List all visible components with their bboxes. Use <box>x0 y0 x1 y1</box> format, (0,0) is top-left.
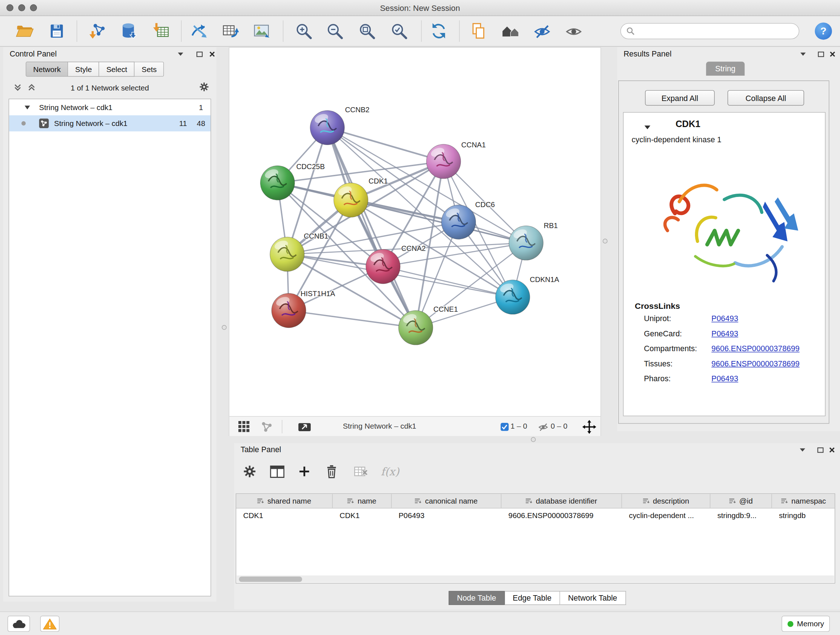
network-node-ccnb1[interactable] <box>270 237 304 272</box>
refresh-layout-button[interactable] <box>427 19 450 43</box>
panel-close-icon[interactable] <box>828 50 837 59</box>
network-node-cdk1[interactable] <box>334 183 368 217</box>
pan-crosshair-icon[interactable] <box>582 419 597 434</box>
show-graphics-button[interactable] <box>562 19 585 43</box>
table-row[interactable]: CDK1CDK1P064939606.ENSP00000378699cyclin… <box>236 508 835 523</box>
import-table-button[interactable] <box>149 19 173 43</box>
import-network-file-button[interactable] <box>86 19 109 43</box>
table-cell[interactable]: cyclin-dependent ... <box>622 508 710 523</box>
tab-node-table[interactable]: Node Table <box>448 591 505 605</box>
table-cell[interactable]: 9606.ENSP00000378699 <box>501 508 622 523</box>
panel-dropdown-icon[interactable] <box>798 50 808 59</box>
hidden-eye-icon[interactable] <box>536 419 551 434</box>
column-header-database-identifier[interactable]: database identifier <box>501 494 622 508</box>
network-edge[interactable] <box>327 128 444 162</box>
export-image-button[interactable] <box>250 19 274 43</box>
crosslink-link-genecard[interactable]: P06493 <box>712 329 738 338</box>
import-network-database-button[interactable] <box>117 19 141 43</box>
selected-checkbox-icon[interactable] <box>497 419 512 434</box>
horizontal-scrollbar[interactable] <box>237 576 834 583</box>
copy-document-button[interactable] <box>467 19 490 43</box>
table-cell[interactable]: stringdb <box>772 508 835 523</box>
column-header-namespac[interactable]: namespac <box>772 494 835 508</box>
column-header-description[interactable]: description <box>622 494 710 508</box>
network-node-ccnb2[interactable] <box>310 111 344 145</box>
zoom-in-button[interactable] <box>292 19 316 43</box>
crosslink-link-uniprot[interactable]: P06493 <box>712 314 738 323</box>
search-input[interactable] <box>638 27 793 35</box>
table-cell[interactable]: stringdb:9... <box>711 508 772 523</box>
import-table-disabled-button[interactable] <box>352 462 370 480</box>
tab-style[interactable]: Style <box>68 62 99 76</box>
home-button[interactable] <box>499 19 523 43</box>
splitter-handle[interactable] <box>222 325 226 330</box>
zoom-out-button[interactable] <box>323 19 347 43</box>
network-node-cdkn1a[interactable] <box>496 280 530 314</box>
network-edge[interactable] <box>327 128 416 328</box>
expander-icon[interactable] <box>24 103 31 111</box>
cloud-button[interactable] <box>8 616 30 632</box>
network-node-cdc25b[interactable] <box>261 166 295 200</box>
table-cell[interactable]: CDK1 <box>236 508 333 523</box>
collapse-all-button[interactable]: Collapse All <box>728 90 804 106</box>
expand-all-button[interactable]: Expand All <box>645 90 715 106</box>
toggle-visibility-button[interactable] <box>531 19 554 43</box>
network-canvas[interactable]: CCNB2CCNA1CDC25BCDK1CDC6RB1CCNB1CCNA2CDK… <box>229 48 600 416</box>
search-box[interactable] <box>621 23 799 39</box>
export-network-button[interactable] <box>218 19 242 43</box>
network-row[interactable]: String Network – cdk1 11 48 <box>9 116 210 131</box>
tab-edge-table[interactable]: Edge Table <box>505 591 560 605</box>
show-columns-button[interactable] <box>268 462 286 480</box>
panel-dropdown-icon[interactable] <box>798 446 807 454</box>
network-node-ccne1[interactable] <box>399 310 433 345</box>
network-edge[interactable] <box>289 310 416 328</box>
panel-close-icon[interactable] <box>827 446 837 454</box>
splitter-handle[interactable] <box>531 437 536 442</box>
crosslink-link-compartments[interactable]: 9606.ENSP00000378699 <box>712 344 800 353</box>
panel-float-icon[interactable] <box>195 50 204 59</box>
help-button[interactable]: ? <box>815 22 832 40</box>
column-header-canonical-name[interactable]: canonical name <box>392 494 502 508</box>
table-settings-button[interactable] <box>240 462 259 480</box>
panel-dropdown-icon[interactable] <box>176 50 186 59</box>
tab-sets[interactable]: Sets <box>134 62 164 76</box>
warnings-button[interactable] <box>40 616 59 632</box>
tab-select[interactable]: Select <box>99 62 135 76</box>
splitter-handle[interactable] <box>603 239 607 243</box>
share-view-icon[interactable] <box>259 419 274 434</box>
create-column-button[interactable] <box>295 462 313 480</box>
table-cell[interactable]: CDK1 <box>333 508 392 523</box>
network-node-hist1h1a[interactable] <box>272 293 306 328</box>
panel-float-icon[interactable] <box>815 446 825 454</box>
network-collection-row[interactable]: String Network – cdk1 1 <box>9 99 210 115</box>
column-header-id[interactable]: @id <box>711 494 772 508</box>
new-network-button[interactable] <box>187 19 211 43</box>
function-builder-button[interactable]: f(x) <box>378 462 402 480</box>
detach-view-icon[interactable] <box>297 419 311 434</box>
tab-network[interactable]: Network <box>26 62 68 76</box>
memory-button[interactable]: Memory <box>782 616 830 632</box>
column-header-name[interactable]: name <box>333 494 392 508</box>
tab-string[interactable]: String <box>706 62 745 76</box>
network-node-ccna2[interactable] <box>366 249 400 284</box>
save-session-button[interactable] <box>45 19 68 43</box>
network-edge[interactable] <box>351 200 526 243</box>
grid-view-icon[interactable] <box>237 419 252 434</box>
table-cell[interactable]: P06493 <box>392 508 502 523</box>
entry-collapse-icon[interactable] <box>644 122 651 132</box>
protein-entry-header[interactable]: CDK1 <box>624 112 825 135</box>
column-header-shared-name[interactable]: shared name <box>236 494 333 508</box>
zoom-fit-button[interactable] <box>355 19 379 43</box>
open-session-button[interactable] <box>13 19 36 43</box>
gear-icon[interactable] <box>199 82 209 91</box>
crosslink-link-pharos[interactable]: P06493 <box>712 374 738 383</box>
panel-close-icon[interactable] <box>207 50 217 59</box>
tab-network-table[interactable]: Network Table <box>560 591 626 605</box>
zoom-selected-button[interactable] <box>387 19 411 43</box>
crosslink-link-tissues[interactable]: 9606.ENSP00000378699 <box>712 359 800 368</box>
delete-column-button[interactable] <box>322 462 340 480</box>
network-view[interactable]: CCNB2CCNA1CDC25BCDK1CDC6RB1CCNB1CCNA2CDK… <box>229 47 601 436</box>
network-node-rb1[interactable] <box>509 226 543 260</box>
network-node-ccna1[interactable] <box>426 144 461 179</box>
scrollbar-thumb[interactable] <box>239 576 302 582</box>
